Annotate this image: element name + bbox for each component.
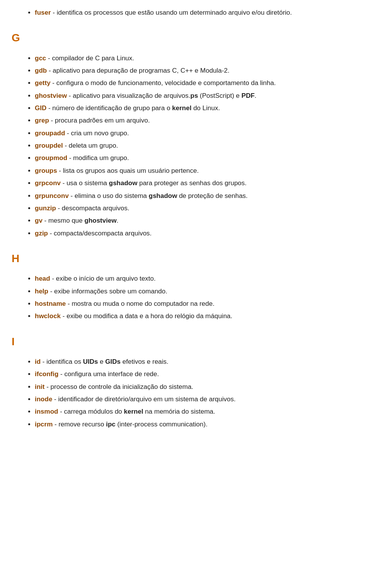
list-item: ipcrm - remove recurso ipc (inter-proces… (35, 419, 348, 429)
command-hwclock: hwclock (35, 312, 61, 320)
list-item: ifconfig - configura uma interface de re… (35, 369, 348, 379)
list-item: init - processo de controle da inicializ… (35, 382, 348, 392)
command-gzip: gzip (35, 230, 48, 237)
description-groupmod: - modifica um grupo. (67, 154, 129, 162)
description-head: - exibe o início de um arquivo texto. (50, 275, 156, 282)
command-grpconv: grpconv (35, 179, 61, 187)
command-help: help (35, 288, 48, 295)
letter-h: H (12, 250, 348, 267)
command-ifconfig: ifconfig (35, 370, 58, 378)
list-item: groupdel - deleta um grupo. (35, 141, 348, 151)
list-item: insmod - carrega módulos do kernel na me… (35, 407, 348, 417)
command-hostname: hostname (35, 300, 66, 307)
command-ipcrm: ipcrm (35, 421, 53, 428)
list-item: grpconv - usa o sistema gshadow para pro… (35, 178, 348, 188)
description-grep: - procura padrões em um arquivo. (49, 117, 150, 124)
description-grpconv: - usa o sistema gshadow para proteger as… (61, 179, 247, 187)
command-groups: groups (35, 167, 57, 174)
command-groupdel: groupdel (35, 142, 63, 149)
command-id: id (35, 358, 41, 365)
description-getty: - configura o modo de funcionamento, vel… (51, 79, 276, 87)
list-item: help - exibe informações sobre um comand… (35, 286, 348, 297)
description-fuser: - identifica os processos que estão usan… (51, 9, 292, 16)
description-groupadd: - cria um novo grupo. (65, 130, 129, 137)
command-head: head (35, 275, 50, 282)
command-grep: grep (35, 117, 49, 124)
description-ifconfig: - configura uma interface de rede. (58, 370, 159, 378)
list-item: gv - mesmo que ghostview. (35, 216, 348, 226)
description-gdb: - aplicativo para depuração de programas… (47, 67, 229, 74)
description-groupdel: - deleta um grupo. (63, 142, 118, 149)
list-item: groupadd - cria um novo grupo. (35, 128, 348, 138)
list-item: fuser - identifica os processos que estã… (35, 8, 348, 18)
list-item: groupmod - modifica um grupo. (35, 153, 348, 163)
section-fuser: fuser - identifica os processos que estã… (23, 8, 348, 18)
command-gunzip: gunzip (35, 205, 56, 212)
list-item: ghostview - aplicativo para visualização… (35, 91, 348, 101)
command-groupmod: groupmod (35, 154, 67, 162)
command-inode: inode (35, 395, 52, 403)
description-grpunconv: - elimina o uso do sistema gshadow de pr… (69, 192, 248, 199)
letter-i: I (12, 333, 348, 350)
command-init: init (35, 383, 45, 390)
command-fuser: fuser (35, 9, 51, 16)
command-gcc: gcc (35, 55, 46, 62)
section-h: H head - exibe o início de um arquivo te… (23, 250, 348, 322)
command-insmod: insmod (35, 408, 58, 415)
list-item: grpunconv - elimina o uso do sistema gsh… (35, 191, 348, 201)
list-item: GID - número de identificação de grupo p… (35, 103, 348, 113)
description-gid: - número de identificação de grupo para … (46, 104, 220, 112)
command-groupadd: groupadd (35, 130, 65, 137)
list-item: groups - lista os grupos aos quais um us… (35, 166, 348, 176)
description-init: - processo de controle da inicialização … (45, 383, 194, 390)
description-gcc: - compilador de C para Linux. (46, 55, 134, 62)
list-item: getty - configura o modo de funcionament… (35, 78, 348, 88)
description-ipcrm: - remove recurso ipc (inter-process comm… (53, 421, 208, 428)
description-hwclock: - exibe ou modifica a data e a hora do r… (61, 312, 232, 320)
list-item: head - exibe o início de um arquivo text… (35, 274, 348, 284)
section-g: G gcc - compilador de C para Linux. gdb … (23, 29, 348, 239)
description-id: - identifica os UIDs e GIDs efetivos e r… (41, 358, 168, 365)
list-item: inode - identificador de diretório/arqui… (35, 394, 348, 404)
command-gid: GID (35, 104, 46, 112)
list-item: gcc - compilador de C para Linux. (35, 53, 348, 63)
list-item: grep - procura padrões em um arquivo. (35, 116, 348, 126)
letter-g: G (12, 29, 348, 46)
command-gv: gv (35, 217, 43, 224)
list-item: hostname - mostra ou muda o nome do comp… (35, 299, 348, 309)
description-ghostview-extra: .ps (PostScript) e PDF. (189, 92, 257, 99)
description-gv: - mesmo que ghostview. (43, 217, 119, 224)
command-getty: getty (35, 79, 51, 87)
description-ghostview: - aplicativo para visualização de arquiv… (67, 92, 189, 99)
description-help: - exibe informações sobre um comando. (48, 288, 167, 295)
list-item: id - identifica os UIDs e GIDs efetivos … (35, 357, 348, 367)
description-insmod: - carrega módulos do kernel na memória d… (58, 408, 215, 415)
list-item: gdb - aplicativo para depuração de progr… (35, 66, 348, 76)
list-item: gzip - compacta/descompacta arquivos. (35, 228, 348, 239)
description-gzip: - compacta/descompacta arquivos. (48, 230, 151, 237)
description-inode: - identificador de diretório/arquivo em … (52, 395, 235, 403)
command-grpunconv: grpunconv (35, 192, 69, 199)
section-i: I id - identifica os UIDs e GIDs efetivo… (23, 333, 348, 429)
description-groups: - lista os grupos aos quais um usuário p… (57, 167, 199, 174)
command-ghostview: ghostview (35, 92, 67, 99)
command-gdb: gdb (35, 67, 47, 74)
description-hostname: - mostra ou muda o nome do computador na… (66, 300, 214, 307)
description-gunzip: - descompacta arquivos. (56, 205, 129, 212)
list-item: gunzip - descompacta arquivos. (35, 203, 348, 213)
list-item: hwclock - exibe ou modifica a data e a h… (35, 311, 348, 321)
